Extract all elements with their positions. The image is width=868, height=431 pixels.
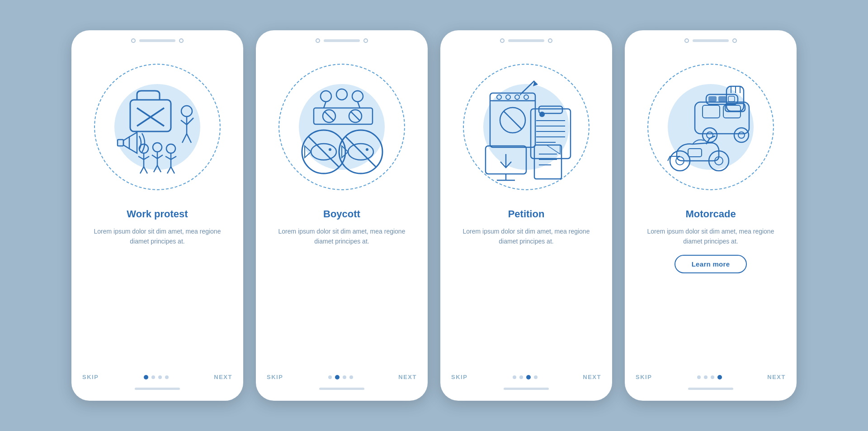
svg-point-28 — [321, 91, 331, 102]
svg-line-11 — [152, 155, 157, 159]
skip-button-boycott[interactable]: SKIP — [267, 374, 283, 380]
phone-bottom-petition: SKIP NEXT — [440, 374, 612, 401]
svg-line-14 — [157, 165, 161, 172]
phone-frame-work-protest: Work protest Lorem ipsum dolor sit dim a… — [71, 30, 243, 401]
svg-point-3 — [181, 106, 192, 117]
top-bar-line — [693, 39, 729, 42]
next-button-work-protest[interactable]: NEXT — [214, 374, 232, 380]
svg-point-45 — [366, 148, 368, 151]
phone-frame-boycott: Boycott Lorem ipsum dolor sit dim amet, … — [256, 30, 428, 401]
svg-point-85 — [703, 128, 717, 142]
svg-point-49 — [506, 95, 510, 99]
svg-line-24 — [144, 156, 149, 159]
illustration-area-boycott — [256, 46, 428, 208]
svg-point-41 — [329, 148, 331, 151]
svg-line-17 — [165, 156, 171, 159]
top-bar-line — [508, 39, 544, 42]
svg-rect-93 — [688, 149, 702, 157]
phone-bottom-work-protest: SKIP NEXT — [71, 374, 243, 401]
svg-line-26 — [144, 167, 147, 173]
phone-bottom-boycott: SKIP NEXT — [256, 374, 428, 401]
learn-more-button[interactable]: Learn more — [675, 255, 747, 273]
svg-line-7 — [182, 134, 187, 143]
svg-point-64 — [539, 112, 545, 117]
svg-line-33 — [325, 112, 334, 121]
card-title-work-protest: Work protest — [127, 208, 188, 220]
illustration-area-petition — [440, 46, 612, 208]
nav-dot-3 — [711, 375, 714, 379]
phone-top-bar-boycott — [256, 30, 428, 46]
svg-rect-80 — [708, 96, 717, 102]
boycott-icon — [283, 68, 401, 186]
nav-dot-2 — [519, 375, 523, 379]
svg-rect-81 — [718, 96, 726, 102]
svg-rect-57 — [531, 109, 571, 159]
nav-dot-1 — [697, 375, 701, 379]
card-body-motorcade: Lorem ipsum dolor sit dim amet, mea regi… — [637, 226, 784, 247]
svg-line-36 — [324, 102, 326, 108]
card-content-motorcade: Motorcade Lorem ipsum dolor sit dim amet… — [625, 208, 797, 374]
svg-line-19 — [167, 167, 171, 173]
svg-point-15 — [166, 144, 175, 153]
next-button-boycott[interactable]: NEXT — [398, 374, 417, 380]
nav-dot-3 — [343, 375, 346, 379]
svg-line-12 — [157, 155, 163, 159]
top-bar-circle-left — [500, 38, 505, 43]
petition-icon — [467, 68, 585, 186]
top-bar-circle-right — [732, 38, 737, 43]
nav-dot-2 — [704, 375, 708, 379]
skip-button-work-protest[interactable]: SKIP — [82, 374, 99, 380]
phone-top-bar — [71, 30, 243, 46]
nav-row-work-protest: SKIP NEXT — [82, 374, 232, 380]
card-body-work-protest: Lorem ipsum dolor sit dim amet, mea regi… — [84, 226, 231, 247]
top-bar-circle-right — [179, 38, 184, 43]
nav-dot-1 — [144, 375, 148, 379]
svg-line-43 — [345, 136, 376, 167]
phone-top-bar-motorcade — [625, 30, 797, 46]
home-indicator — [319, 388, 364, 390]
illustration-area-motorcade — [625, 46, 797, 208]
svg-line-39 — [308, 136, 339, 167]
top-bar-circle-left — [316, 38, 320, 43]
svg-line-54 — [522, 81, 534, 93]
svg-line-18 — [171, 156, 176, 159]
top-bar-circle-right — [363, 38, 368, 43]
svg-line-37 — [358, 102, 360, 108]
next-button-motorcade[interactable]: NEXT — [767, 374, 786, 380]
nav-row-boycott: SKIP NEXT — [267, 374, 417, 380]
svg-line-23 — [138, 156, 144, 159]
card-content-petition: Petition Lorem ipsum dolor sit dim amet,… — [440, 208, 612, 374]
nav-dots-motorcade — [697, 375, 722, 379]
svg-rect-27 — [118, 140, 123, 146]
top-bar-circle-right — [548, 38, 552, 43]
svg-rect-0 — [130, 100, 171, 131]
svg-line-13 — [154, 165, 157, 172]
skip-button-petition[interactable]: SKIP — [451, 374, 467, 380]
svg-point-51 — [524, 95, 528, 99]
card-title-boycott: Boycott — [323, 208, 360, 220]
svg-point-50 — [515, 95, 519, 99]
next-button-petition[interactable]: NEXT — [583, 374, 601, 380]
nav-dot-3 — [158, 375, 162, 379]
nav-dot-1 — [513, 375, 516, 379]
card-body-boycott: Lorem ipsum dolor sit dim amet, mea regi… — [269, 226, 415, 247]
svg-line-35 — [351, 112, 360, 121]
screens-container: Work protest Lorem ipsum dolor sit dim a… — [71, 30, 797, 401]
skip-button-motorcade[interactable]: SKIP — [636, 374, 652, 380]
phone-frame-motorcade: Motorcade Lorem ipsum dolor sit dim amet… — [625, 30, 797, 401]
card-title-motorcade: Motorcade — [685, 208, 736, 220]
svg-point-48 — [497, 95, 501, 99]
svg-point-87 — [734, 128, 749, 142]
nav-dots-boycott — [328, 375, 353, 379]
svg-point-29 — [336, 89, 347, 100]
home-indicator — [135, 388, 180, 390]
svg-rect-82 — [728, 96, 735, 102]
svg-point-88 — [738, 132, 745, 138]
top-bar-circle-left — [131, 38, 136, 43]
nav-dot-4 — [165, 375, 169, 379]
illustration-area-work-protest — [71, 46, 243, 208]
svg-line-53 — [504, 111, 522, 129]
nav-dot-4 — [349, 375, 353, 379]
nav-dots-work-protest — [144, 375, 169, 379]
svg-line-8 — [187, 134, 191, 143]
